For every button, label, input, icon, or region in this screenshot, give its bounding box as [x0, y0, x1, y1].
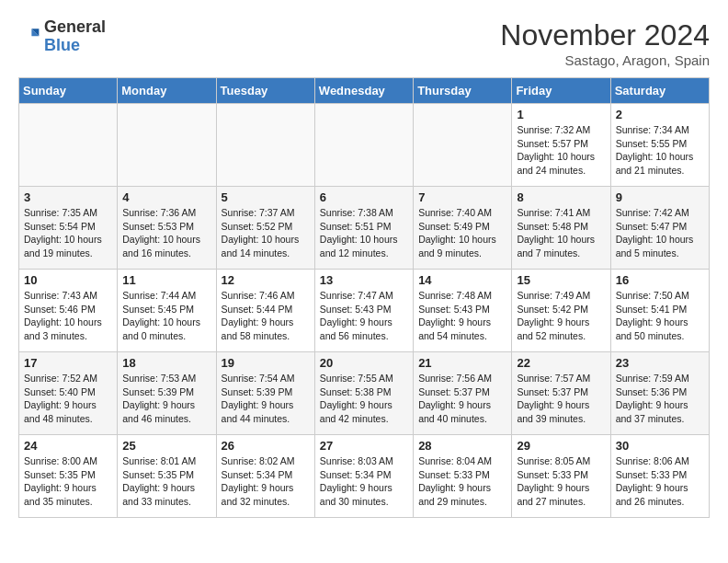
weekday-header-monday: Monday [118, 78, 216, 104]
day-info: Sunrise: 7:50 AM Sunset: 5:41 PM Dayligh… [616, 289, 704, 343]
day-number: 12 [222, 273, 310, 287]
calendar-cell: 10Sunrise: 7:43 AM Sunset: 5:46 PM Dayli… [19, 270, 118, 352]
calendar-cell: 4Sunrise: 7:36 AM Sunset: 5:53 PM Daylig… [118, 187, 216, 270]
day-info: Sunrise: 7:53 AM Sunset: 5:39 PM Dayligh… [122, 372, 210, 426]
calendar-cell: 14Sunrise: 7:48 AM Sunset: 5:43 PM Dayli… [414, 270, 512, 352]
day-info: Sunrise: 7:47 AM Sunset: 5:43 PM Dayligh… [320, 289, 408, 343]
calendar-week-4: 17Sunrise: 7:52 AM Sunset: 5:40 PM Dayli… [19, 352, 710, 435]
calendar-week-1: 1Sunrise: 7:32 AM Sunset: 5:57 PM Daylig… [19, 104, 710, 187]
calendar-cell: 15Sunrise: 7:49 AM Sunset: 5:42 PM Dayli… [512, 270, 610, 352]
weekday-header-wednesday: Wednesday [314, 78, 413, 104]
day-info: Sunrise: 7:42 AM Sunset: 5:47 PM Dayligh… [616, 206, 704, 260]
day-number: 8 [517, 190, 605, 204]
page-header: General Blue November 2024 Sastago, Arag… [18, 18, 710, 68]
logo: General Blue [18, 18, 106, 55]
day-info: Sunrise: 7:46 AM Sunset: 5:44 PM Dayligh… [222, 289, 310, 343]
day-info: Sunrise: 7:48 AM Sunset: 5:43 PM Dayligh… [418, 289, 506, 343]
day-number: 24 [24, 439, 112, 453]
calendar-cell: 19Sunrise: 7:54 AM Sunset: 5:39 PM Dayli… [216, 352, 314, 435]
location: Sastago, Aragon, Spain [500, 52, 710, 68]
calendar-cell: 2Sunrise: 7:34 AM Sunset: 5:55 PM Daylig… [610, 104, 709, 187]
day-info: Sunrise: 7:49 AM Sunset: 5:42 PM Dayligh… [517, 289, 605, 343]
calendar-cell: 29Sunrise: 8:05 AM Sunset: 5:33 PM Dayli… [512, 435, 610, 518]
calendar-cell: 25Sunrise: 8:01 AM Sunset: 5:35 PM Dayli… [118, 435, 216, 518]
day-number: 13 [320, 273, 408, 287]
calendar-cell: 5Sunrise: 7:37 AM Sunset: 5:52 PM Daylig… [216, 187, 314, 270]
calendar-week-5: 24Sunrise: 8:00 AM Sunset: 5:35 PM Dayli… [19, 435, 710, 518]
day-number: 22 [517, 356, 605, 370]
day-number: 7 [418, 190, 506, 204]
day-info: Sunrise: 7:41 AM Sunset: 5:48 PM Dayligh… [517, 206, 605, 260]
day-info: Sunrise: 7:43 AM Sunset: 5:46 PM Dayligh… [24, 289, 112, 343]
day-number: 30 [616, 439, 704, 453]
day-number: 27 [320, 439, 408, 453]
calendar-cell: 18Sunrise: 7:53 AM Sunset: 5:39 PM Dayli… [118, 352, 216, 435]
day-number: 2 [616, 108, 704, 121]
calendar-week-3: 10Sunrise: 7:43 AM Sunset: 5:46 PM Dayli… [19, 270, 710, 352]
day-number: 15 [517, 273, 605, 287]
day-number: 29 [517, 439, 605, 453]
weekday-header-friday: Friday [512, 78, 610, 104]
calendar-cell [118, 104, 216, 187]
day-number: 16 [616, 273, 704, 287]
day-info: Sunrise: 8:01 AM Sunset: 5:35 PM Dayligh… [122, 454, 210, 509]
day-number: 14 [418, 273, 506, 287]
day-info: Sunrise: 7:38 AM Sunset: 5:51 PM Dayligh… [320, 206, 408, 260]
calendar-cell: 26Sunrise: 8:02 AM Sunset: 5:34 PM Dayli… [216, 435, 314, 518]
calendar-cell: 21Sunrise: 7:56 AM Sunset: 5:37 PM Dayli… [414, 352, 512, 435]
day-number: 6 [320, 190, 408, 204]
calendar-cell: 24Sunrise: 8:00 AM Sunset: 5:35 PM Dayli… [19, 435, 118, 518]
day-info: Sunrise: 7:32 AM Sunset: 5:57 PM Dayligh… [517, 123, 605, 178]
weekday-header-tuesday: Tuesday [216, 78, 314, 104]
day-info: Sunrise: 7:56 AM Sunset: 5:37 PM Dayligh… [418, 372, 506, 426]
calendar-cell: 1Sunrise: 7:32 AM Sunset: 5:57 PM Daylig… [512, 104, 610, 187]
day-number: 5 [222, 190, 310, 204]
logo-text-general: General [44, 18, 106, 37]
day-info: Sunrise: 7:40 AM Sunset: 5:49 PM Dayligh… [418, 206, 506, 260]
calendar-cell: 12Sunrise: 7:46 AM Sunset: 5:44 PM Dayli… [216, 270, 314, 352]
day-number: 17 [24, 356, 112, 370]
calendar-cell [19, 104, 118, 187]
day-info: Sunrise: 7:34 AM Sunset: 5:55 PM Dayligh… [616, 123, 704, 178]
calendar-cell: 20Sunrise: 7:55 AM Sunset: 5:38 PM Dayli… [314, 352, 413, 435]
day-info: Sunrise: 7:35 AM Sunset: 5:54 PM Dayligh… [24, 206, 112, 260]
calendar-cell: 13Sunrise: 7:47 AM Sunset: 5:43 PM Dayli… [314, 270, 413, 352]
logo-text-blue: Blue [44, 37, 106, 55]
day-number: 11 [122, 273, 210, 287]
day-info: Sunrise: 8:04 AM Sunset: 5:33 PM Dayligh… [418, 454, 506, 509]
title-block: November 2024 Sastago, Aragon, Spain [500, 18, 710, 68]
calendar-week-2: 3Sunrise: 7:35 AM Sunset: 5:54 PM Daylig… [19, 187, 710, 270]
day-number: 4 [122, 190, 210, 204]
calendar-cell: 6Sunrise: 7:38 AM Sunset: 5:51 PM Daylig… [314, 187, 413, 270]
day-number: 1 [517, 108, 605, 121]
calendar-cell: 7Sunrise: 7:40 AM Sunset: 5:49 PM Daylig… [414, 187, 512, 270]
calendar-body: 1Sunrise: 7:32 AM Sunset: 5:57 PM Daylig… [19, 104, 710, 518]
day-info: Sunrise: 7:52 AM Sunset: 5:40 PM Dayligh… [24, 372, 112, 426]
weekday-header-thursday: Thursday [414, 78, 512, 104]
day-number: 18 [122, 356, 210, 370]
day-info: Sunrise: 7:57 AM Sunset: 5:37 PM Dayligh… [517, 372, 605, 426]
day-number: 28 [418, 439, 506, 453]
calendar-cell: 8Sunrise: 7:41 AM Sunset: 5:48 PM Daylig… [512, 187, 610, 270]
calendar-cell [314, 104, 413, 187]
day-number: 21 [418, 356, 506, 370]
calendar-cell: 23Sunrise: 7:59 AM Sunset: 5:36 PM Dayli… [610, 352, 709, 435]
calendar-header: SundayMondayTuesdayWednesdayThursdayFrid… [19, 78, 710, 104]
day-info: Sunrise: 7:36 AM Sunset: 5:53 PM Dayligh… [122, 206, 210, 260]
day-number: 3 [24, 190, 112, 204]
day-number: 23 [616, 356, 704, 370]
day-info: Sunrise: 7:59 AM Sunset: 5:36 PM Dayligh… [616, 372, 704, 426]
day-info: Sunrise: 8:00 AM Sunset: 5:35 PM Dayligh… [24, 454, 112, 509]
calendar-cell: 30Sunrise: 8:06 AM Sunset: 5:33 PM Dayli… [610, 435, 709, 518]
calendar-cell: 9Sunrise: 7:42 AM Sunset: 5:47 PM Daylig… [610, 187, 709, 270]
day-info: Sunrise: 7:55 AM Sunset: 5:38 PM Dayligh… [320, 372, 408, 426]
calendar-cell: 27Sunrise: 8:03 AM Sunset: 5:34 PM Dayli… [314, 435, 413, 518]
day-number: 26 [222, 439, 310, 453]
weekday-header-saturday: Saturday [610, 78, 709, 104]
weekday-row: SundayMondayTuesdayWednesdayThursdayFrid… [19, 78, 710, 104]
day-info: Sunrise: 7:37 AM Sunset: 5:52 PM Dayligh… [222, 206, 310, 260]
day-info: Sunrise: 8:02 AM Sunset: 5:34 PM Dayligh… [222, 454, 310, 509]
day-number: 9 [616, 190, 704, 204]
calendar-cell: 16Sunrise: 7:50 AM Sunset: 5:41 PM Dayli… [610, 270, 709, 352]
calendar-cell: 22Sunrise: 7:57 AM Sunset: 5:37 PM Dayli… [512, 352, 610, 435]
